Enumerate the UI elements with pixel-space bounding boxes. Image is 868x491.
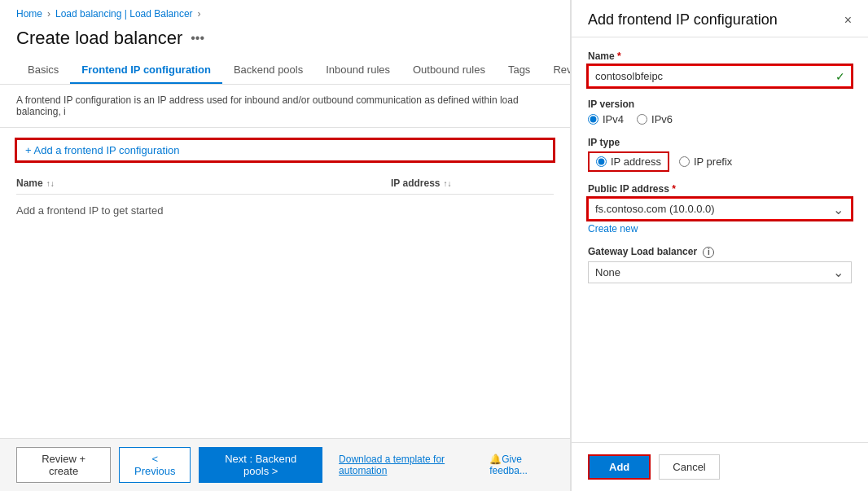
gateway-lb-select[interactable]: None: [588, 261, 852, 283]
name-field-group: Name * ✓: [588, 50, 852, 87]
close-panel-button[interactable]: ×: [844, 13, 852, 28]
ip-address-option[interactable]: IP address: [588, 151, 669, 172]
breadcrumb-home[interactable]: Home: [16, 8, 42, 20]
tab-frontend-ip[interactable]: Frontend IP configuration: [70, 57, 222, 84]
panel-header: Add frontend IP configuration ×: [572, 0, 868, 37]
tab-backend-pools[interactable]: Backend pools: [222, 57, 314, 84]
breadcrumb-load-balancer[interactable]: Load balancing | Load Balancer: [55, 8, 193, 20]
panel-title: Add frontend IP configuration: [588, 11, 778, 28]
panel-footer: Add Cancel: [572, 442, 868, 491]
create-new-link[interactable]: Create new: [588, 223, 852, 235]
col-name-header[interactable]: Name ↑↓: [16, 178, 391, 189]
ip-type-label: IP type: [588, 137, 852, 148]
gateway-info-icon[interactable]: i: [703, 247, 714, 258]
ip-prefix-option[interactable]: IP prefix: [679, 156, 732, 168]
ip-type-radio-group: IP address IP prefix: [588, 151, 852, 172]
public-ip-select-wrapper: fs.contoso.com (10.0.0.0): [588, 198, 852, 220]
review-create-button[interactable]: Review + create: [16, 447, 111, 483]
add-frontend-ip-button[interactable]: + Add a frontend IP configuration: [16, 139, 554, 161]
tab-outbound-rules[interactable]: Outbound rules: [401, 57, 497, 84]
tab-tags[interactable]: Tags: [497, 57, 541, 84]
public-ip-field-group: Public IP address * fs.contoso.com (10.0…: [588, 183, 852, 235]
ip-version-radio-group: IPv4 IPv6: [588, 113, 852, 125]
page-title-row: Create load balancer •••: [0, 24, 570, 57]
cancel-button[interactable]: Cancel: [659, 454, 719, 480]
side-panel: Add frontend IP configuration × Name * ✓…: [571, 0, 868, 491]
table-header: Name ↑↓ IP address ↑↓: [16, 173, 554, 195]
name-check-icon: ✓: [835, 70, 845, 83]
table-empty-message: Add a frontend IP to get started: [16, 195, 554, 226]
name-label: Name *: [588, 50, 852, 62]
feedback-button[interactable]: 🔔Give feedba...: [489, 454, 554, 476]
name-input-wrapper: ✓: [588, 65, 852, 87]
col-ip-header[interactable]: IP address ↑↓: [391, 178, 554, 189]
frontend-ip-table: Name ↑↓ IP address ↑↓ Add a frontend IP …: [0, 173, 570, 226]
download-template-link[interactable]: Download a template for automation: [339, 454, 476, 476]
public-ip-select[interactable]: fs.contoso.com (10.0.0.0): [588, 198, 852, 220]
public-ip-label: Public IP address *: [588, 183, 852, 195]
ipv4-option[interactable]: IPv4: [588, 113, 624, 125]
ipv6-option[interactable]: IPv6: [637, 113, 673, 125]
gateway-select-wrapper: None: [588, 261, 852, 283]
breadcrumb: Home › Load balancing | Load Balancer ›: [0, 0, 570, 24]
name-input[interactable]: [588, 65, 852, 87]
tab-review[interactable]: Review + creat: [541, 57, 571, 84]
more-options-icon[interactable]: •••: [191, 31, 204, 46]
page-title: Create load balancer: [16, 28, 182, 49]
nav-tabs: Basics Frontend IP configuration Backend…: [0, 57, 570, 85]
bottom-bar: Review + create < Previous Next : Backen…: [0, 438, 570, 491]
gateway-lb-label: Gateway Load balancer i: [588, 246, 852, 258]
panel-body: Name * ✓ IP version IPv4 IPv6: [572, 37, 868, 442]
ip-version-label: IP version: [588, 99, 852, 110]
tab-basics[interactable]: Basics: [16, 57, 70, 84]
sort-ip-icon[interactable]: ↑↓: [443, 179, 451, 188]
previous-button[interactable]: < Previous: [119, 447, 191, 483]
sort-name-icon[interactable]: ↑↓: [46, 179, 55, 188]
section-description: A frontend IP configuration is an IP add…: [0, 85, 570, 128]
ip-type-field-group: IP type IP address IP prefix: [588, 137, 852, 172]
gateway-lb-field-group: Gateway Load balancer i None: [588, 246, 852, 283]
ip-version-field-group: IP version IPv4 IPv6: [588, 99, 852, 125]
add-button[interactable]: Add: [588, 454, 651, 480]
next-button[interactable]: Next : Backend pools >: [199, 447, 322, 483]
tab-inbound-rules[interactable]: Inbound rules: [314, 57, 401, 84]
